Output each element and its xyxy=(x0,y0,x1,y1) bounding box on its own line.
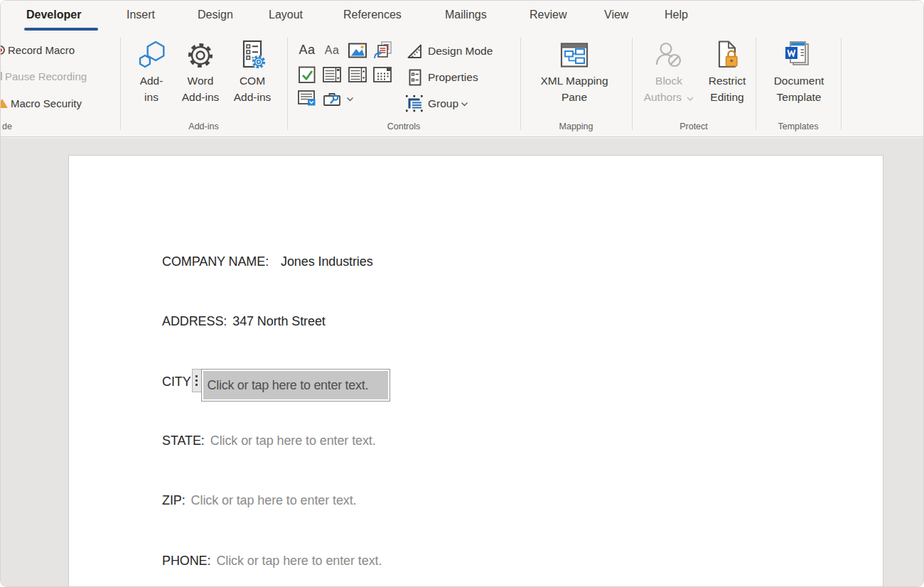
developer-ribbon: Record Macro Pause Recording Macro Secur… xyxy=(1,34,923,137)
com-add-ins-label-line2: Add-ins xyxy=(234,89,272,105)
add-ins-button[interactable]: Add- ins xyxy=(131,38,172,105)
state-placeholder[interactable]: Click or tap here to enter text. xyxy=(210,433,376,448)
block-authors-button: Block Authors xyxy=(639,38,699,105)
properties-icon xyxy=(404,68,424,87)
state-label: STATE: xyxy=(162,433,205,448)
document-template-label-line1: Document xyxy=(774,72,824,89)
word-window: Developer Insert Design Layout Reference… xyxy=(0,0,924,587)
date-picker-control-button[interactable] xyxy=(370,63,394,86)
city-placeholder: Click or tap here to enter text. xyxy=(203,371,388,399)
zip-placeholder[interactable]: Click or tap here to enter text. xyxy=(191,493,357,507)
group-separator xyxy=(756,38,756,130)
word-add-ins-label-line1: Word xyxy=(188,72,214,89)
tab-references[interactable]: References xyxy=(343,9,402,21)
word-add-ins-button[interactable]: Word Add-ins xyxy=(177,38,224,105)
drop-down-list-control-button[interactable] xyxy=(345,63,370,86)
code-group-label: de xyxy=(1,122,43,134)
plain-text-control-icon: Aa xyxy=(325,44,340,57)
phone-row: PHONE:Click or tap here to enter text. xyxy=(162,554,382,569)
tab-design[interactable]: Design xyxy=(198,9,233,21)
com-add-ins-label-line1: COM xyxy=(240,72,265,89)
combo-box-control-button[interactable] xyxy=(320,63,344,86)
ribbon-tab-bar: Developer Insert Design Layout Reference… xyxy=(1,1,923,34)
group-separator xyxy=(287,38,288,130)
block-authors-label-line2: Authors xyxy=(644,89,694,105)
group-separator xyxy=(632,38,633,130)
plain-text-control-button[interactable]: Aa xyxy=(320,38,344,62)
controls-group-label: Controls xyxy=(287,122,520,134)
city-label: CITY xyxy=(162,369,191,389)
document-template-label-line2: Template xyxy=(777,89,822,105)
company-name-row: COMPANY NAME:Jones Industries xyxy=(162,254,373,269)
restrict-editing-button[interactable]: Restrict Editing xyxy=(702,38,753,105)
pause-icon xyxy=(0,72,2,80)
date-picker-control-icon xyxy=(372,65,392,85)
group-separator xyxy=(520,38,521,130)
active-tab-indicator xyxy=(24,28,98,31)
add-ins-hexagon-icon xyxy=(135,38,168,72)
tab-help[interactable]: Help xyxy=(665,9,688,21)
repeating-section-control-icon xyxy=(297,89,317,109)
tab-insert[interactable]: Insert xyxy=(127,9,155,21)
rich-text-control-button[interactable]: Aa xyxy=(295,38,319,62)
mapping-group-label: Mapping xyxy=(520,122,632,134)
address-row: ADDRESS:347 North Street xyxy=(162,314,326,329)
record-macro-icon xyxy=(0,45,5,55)
gear-icon xyxy=(184,38,217,72)
document-canvas: COMPANY NAME:Jones Industries ADDRESS:34… xyxy=(1,138,923,587)
picture-control-icon xyxy=(348,41,367,60)
chevron-down-icon xyxy=(687,97,694,101)
block-authors-icon xyxy=(652,38,685,72)
tab-layout[interactable]: Layout xyxy=(269,9,303,21)
record-macro-button[interactable]: Record Macro xyxy=(1,42,75,58)
add-ins-label-line1: Add- xyxy=(140,72,163,89)
content-control-handle[interactable] xyxy=(192,369,202,392)
design-mode-icon xyxy=(404,42,424,60)
city-content-control[interactable]: Click or tap here to enter text. xyxy=(201,369,390,402)
document-template-button[interactable]: Document Template xyxy=(761,38,837,105)
tab-view[interactable]: View xyxy=(604,9,628,21)
zip-label: ZIP: xyxy=(162,493,186,507)
document-page[interactable]: COMPANY NAME:Jones Industries ADDRESS:34… xyxy=(68,155,883,587)
add-ins-group-label: Add-ins xyxy=(120,122,287,134)
macro-security-button[interactable]: Macro Security xyxy=(1,95,82,111)
protect-group-label: Protect xyxy=(632,122,756,134)
com-add-ins-button[interactable]: COM Add-ins xyxy=(227,38,278,105)
record-macro-label: Record Macro xyxy=(8,44,75,56)
group-separator xyxy=(120,38,121,130)
picture-control-button[interactable] xyxy=(345,38,370,62)
phone-label: PHONE: xyxy=(162,554,210,568)
drop-down-list-control-icon xyxy=(348,65,367,85)
company-name-value[interactable]: Jones Industries xyxy=(281,254,372,269)
company-name-label: COMPANY NAME: xyxy=(162,254,269,269)
legacy-tools-button[interactable] xyxy=(320,87,344,110)
block-authors-label-line1: Block xyxy=(655,72,682,89)
group-button[interactable]: Group xyxy=(404,94,468,114)
pause-recording-button: Pause Recording xyxy=(1,68,87,84)
xml-mapping-label-line2: Pane xyxy=(562,89,587,105)
tab-mailings[interactable]: Mailings xyxy=(445,9,487,21)
check-box-control-button[interactable] xyxy=(295,63,319,86)
properties-label: Properties xyxy=(428,71,478,84)
com-add-ins-icon xyxy=(236,38,269,72)
chevron-down-icon xyxy=(461,102,468,107)
properties-button[interactable]: Properties xyxy=(404,68,478,87)
chevron-down-icon[interactable] xyxy=(346,97,354,102)
group-icon xyxy=(404,95,424,113)
building-block-gallery-icon xyxy=(372,41,392,60)
building-block-gallery-control-button[interactable] xyxy=(370,38,394,62)
check-box-control-icon xyxy=(297,65,317,85)
repeating-section-control-button[interactable] xyxy=(295,87,319,110)
tab-review[interactable]: Review xyxy=(530,9,566,21)
design-mode-button[interactable]: Design Mode xyxy=(404,41,493,61)
address-value[interactable]: 347 North Street xyxy=(232,314,325,328)
xml-mapping-pane-button[interactable]: XML Mapping Pane xyxy=(528,38,621,105)
restrict-editing-lock-icon xyxy=(711,38,743,72)
zip-row: ZIP:Click or tap here to enter text. xyxy=(162,493,357,508)
state-row: STATE:Click or tap here to enter text. xyxy=(162,433,376,448)
phone-placeholder[interactable]: Click or tap here to enter text. xyxy=(216,554,382,568)
xml-mapping-label-line1: XML Mapping xyxy=(540,72,608,89)
tab-developer[interactable]: Developer xyxy=(26,9,81,21)
restrict-editing-label-line1: Restrict xyxy=(709,72,746,89)
group-separator xyxy=(841,38,842,130)
